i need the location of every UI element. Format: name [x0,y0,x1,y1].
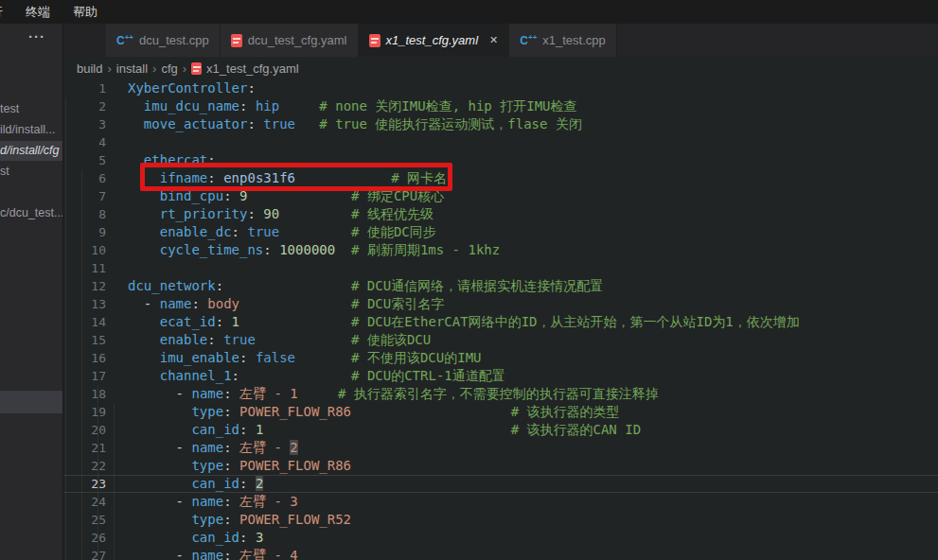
code-token: rt_priority [160,206,248,221]
line-number: 14 [63,313,106,331]
code-token [223,278,351,293]
code-text: imu_dcu_name: hip # none 关闭IMU检查, hip 打开… [106,97,938,115]
code-token: false [256,350,295,365]
code-token: - [176,548,184,560]
close-icon[interactable]: ✕ [489,34,498,46]
code-token [298,386,338,401]
yaml-file-icon [231,34,242,47]
code-token [247,530,255,545]
tab-overflow-area [63,24,106,57]
code-line[interactable]: 14 ecat_id: 1 # DCU在EtherCAT网络中的ID，从主站开始… [63,313,938,331]
line-number: 17 [63,367,106,385]
tab-x1_test_cfg.yaml[interactable]: x1_test_cfg.yaml✕ [359,24,510,57]
code-line[interactable]: 16 imu_enable: false # 不使用该DCU的IMU [63,349,938,367]
sidebar-list-item[interactable]: ild/install... [0,120,63,140]
tab-x1_test.cpp[interactable]: C++x1_test.cpp [509,24,617,57]
code-line[interactable]: 22 type: POWER_FLOW_R86 [63,457,938,475]
code-token [247,422,255,437]
code-token: move_actuator [144,116,248,131]
tab-dcu_test.cpp[interactable]: C++dcu_test.cpp [106,24,221,57]
code-line[interactable]: 11 [63,259,938,277]
code-token [128,476,191,491]
sidebar-list-item[interactable]: test [0,99,63,119]
code-token [128,440,176,455]
code-line[interactable]: 21 - name: 左臂 - 2 [63,439,938,457]
line-number: 3 [63,115,106,133]
code-text: cycle_time_ns: 1000000 # 刷新周期1ms - 1khz [106,241,938,259]
indent-guide [97,385,98,560]
code-text: enable: true # 使能该DCU [106,331,938,349]
code-text: imu_enable: false # 不使用该DCU的IMU [106,349,938,367]
code-token: name [191,386,223,401]
code-token: : [232,368,239,383]
code-line[interactable]: 13 - name: body # DCU索引名字 [63,295,938,313]
code-token: 90 [263,206,279,221]
code-line[interactable]: 20 can_id: 1 # 该执行器的CAN ID [63,421,938,439]
code-token [128,368,160,383]
code-token [128,404,191,419]
code-token [232,458,239,473]
menu-item[interactable]: 行 [0,4,14,21]
tab-label: dcu_test.cpp [139,33,209,47]
line-number: 24 [63,493,106,511]
line-number: 4 [63,133,106,151]
code-line[interactable]: 12dcu_network: # DCU通信网络，请根据实机连接情况配置 [63,277,938,295]
code-text: rt_priority: 90 # 线程优先级 [106,205,938,223]
code-token: 2 [290,440,297,455]
code-text: - name: 左臂 - 3 [106,493,938,511]
menu-item[interactable]: 帮助 [62,4,109,21]
tab-dcu_test_cfg.yaml[interactable]: dcu_test_cfg.yaml [221,24,359,57]
line-number: 2 [63,97,106,115]
sidebar-list-item[interactable]: st [0,162,63,182]
code-line[interactable]: 25 type: POWER_FLOW_R52 [63,511,938,529]
code-token [128,386,176,401]
vscode-window: 行终端帮助 ··· testild/install...d/install/cf… [0,0,938,560]
menu-item[interactable]: 终端 [14,4,62,21]
code-line[interactable]: 10 cycle_time_ns: 1000000 # 刷新周期1ms - 1k… [63,241,938,259]
code-token [128,314,160,329]
code-line[interactable]: 17 channel_1: # DCU的CTRL-1通道配置 [63,367,938,385]
code-line[interactable]: 4 [63,133,938,151]
code-token [232,494,239,509]
code-line[interactable]: 23 can_id: 2 [63,475,938,493]
line-number: 5 [63,151,106,169]
code-line[interactable]: 27 - name: 左臂 - 4 [63,547,938,560]
breadcrumb-item[interactable]: install [116,61,148,76]
code-text: ecat_id: 1 # DCU在EtherCAT网络中的ID，从主站开始，第一… [106,313,938,331]
chevron-right-icon: › [152,61,156,76]
code-line[interactable]: 9 enable_dc: true # 使能DC同步 [63,223,938,241]
code-line[interactable]: 8 rt_priority: 90 # 线程优先级 [63,205,938,223]
code-token: 左臂 - [239,440,290,455]
code-text: can_id: 2 [106,476,938,492]
code-token [216,332,223,347]
code-token [128,458,191,473]
code-token: 左臂 - 3 [239,494,298,509]
code-line[interactable]: 19 type: POWER_FLOW_R86 # 该执行器的类型 [63,403,938,421]
more-actions-icon[interactable]: ··· [28,28,45,44]
line-number: 8 [63,205,106,223]
breadcrumb-item[interactable]: cfg [161,61,177,76]
code-line[interactable]: 3 move_actuator: true # true 使能执行器运动测试，f… [63,115,938,133]
code-text: XyberController: [106,79,938,97]
sidebar-list-item[interactable]: d/install/cfg [0,141,63,161]
code-token [128,206,160,221]
tab-label: x1_test.cpp [542,33,606,47]
code-editor[interactable]: 1XyberController:2 imu_dcu_name: hip # n… [63,79,938,560]
code-token [279,206,351,221]
breadcrumb-item[interactable]: build [77,61,102,76]
code-token: imu_enable [160,350,239,365]
breadcrumb: build›install›cfg›x1_test_cfg.yaml [63,57,938,79]
code-line[interactable]: 2 imu_dcu_name: hip # none 关闭IMU检查, hip … [63,97,938,115]
code-token: 左臂 - 4 [239,548,298,560]
code-line[interactable]: 18 - name: 左臂 - 1 # 执行器索引名字，不需要控制的执行器可直接… [63,385,938,403]
breadcrumb-file[interactable]: x1_test_cfg.yaml [206,61,299,76]
code-line[interactable]: 24 - name: 左臂 - 3 [63,493,938,511]
line-number: 20 [63,421,106,439]
sidebar-list-item[interactable]: c/dcu_test... [0,203,63,223]
code-token [263,422,510,437]
code-line[interactable]: 1XyberController: [63,79,938,97]
sidebar-highlight-band [0,391,63,413]
code-line[interactable]: 26 can_id: 3 [63,529,938,547]
code-line[interactable]: 15 enable: true # 使能该DCU [63,331,938,349]
code-token: : [247,80,255,96]
